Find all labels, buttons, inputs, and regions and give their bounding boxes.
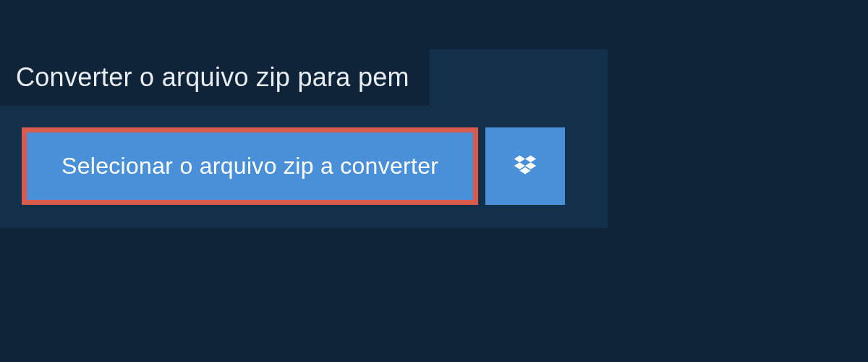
page-title: Converter o arquivo zip para pem — [16, 62, 409, 92]
dropbox-button[interactable] — [485, 127, 565, 205]
button-row: Selecionar o arquivo zip a converter — [0, 106, 608, 205]
converter-panel: Converter o arquivo zip para pem Selecio… — [0, 49, 608, 228]
title-bar: Converter o arquivo zip para pem — [0, 49, 430, 106]
select-file-button[interactable]: Selecionar o arquivo zip a converter — [22, 127, 478, 205]
dropbox-icon — [511, 153, 539, 180]
select-file-button-label: Selecionar o arquivo zip a converter — [61, 153, 438, 180]
